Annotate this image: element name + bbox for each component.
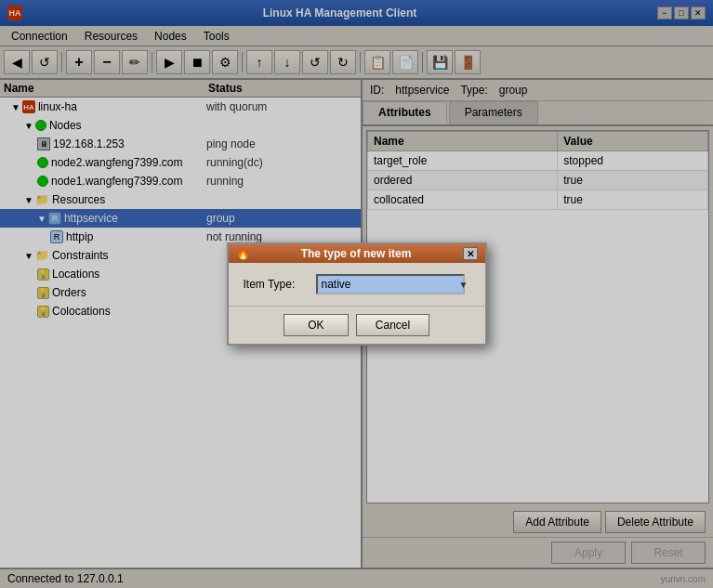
item-type-label: Item Type:: [244, 278, 309, 291]
item-type-wrapper: native group clone master ▼: [316, 274, 470, 294]
modal-icon: 🔥: [236, 247, 250, 260]
modal-body: Item Type: native group clone master ▼: [229, 263, 485, 306]
modal-ok-button[interactable]: OK: [284, 314, 349, 336]
item-type-select[interactable]: native group clone master: [316, 274, 465, 294]
modal-cancel-button[interactable]: Cancel: [356, 314, 429, 336]
modal-overlay: 🔥 The type of new item ✕ Item Type: nati…: [0, 0, 713, 588]
modal-title: The type of new item: [301, 247, 412, 260]
modal-titlebar: 🔥 The type of new item ✕: [229, 244, 485, 263]
item-type-row: Item Type: native group clone master ▼: [244, 274, 470, 294]
modal-dialog: 🔥 The type of new item ✕ Item Type: nati…: [227, 242, 487, 346]
modal-footer: OK Cancel: [229, 306, 485, 344]
modal-close-button[interactable]: ✕: [463, 247, 478, 260]
